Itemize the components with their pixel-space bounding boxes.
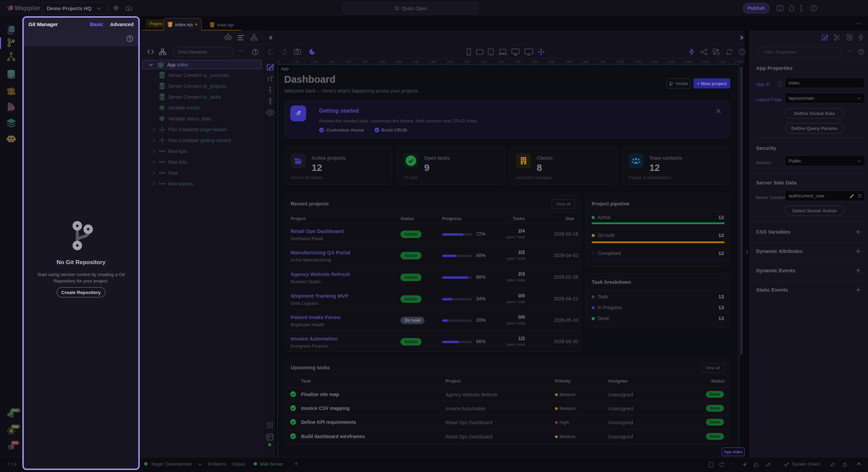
svg-text:1000: 1000	[618, 60, 624, 63]
svg-text:0: 0	[279, 60, 280, 63]
svg-text:1350: 1350	[736, 60, 743, 63]
svg-text:50: 50	[296, 60, 299, 63]
svg-text:1300: 1300	[719, 60, 726, 63]
svg-text:1100: 1100	[652, 60, 658, 63]
svg-text:1150: 1150	[669, 60, 675, 63]
svg-text:1200: 1200	[686, 60, 692, 63]
svg-text:1050: 1050	[635, 60, 641, 63]
svg-text:1250: 1250	[703, 60, 709, 63]
